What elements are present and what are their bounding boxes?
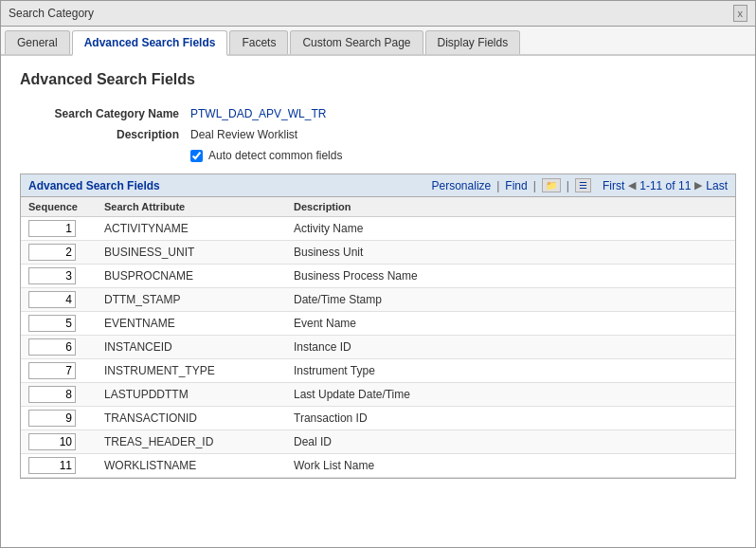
view-icon-1[interactable]: 📁	[542, 178, 561, 192]
sequence-input[interactable]	[28, 267, 76, 284]
grid-title: Advanced Search Fields	[28, 179, 160, 192]
view-icon-2[interactable]: ☰	[575, 178, 591, 192]
sequence-input[interactable]	[28, 220, 76, 237]
seq-cell	[21, 312, 97, 336]
sequence-input[interactable]	[28, 433, 76, 450]
main-window: Search Category x General Advanced Searc…	[0, 0, 756, 548]
auto-detect-label: Auto detect common fields	[208, 149, 342, 162]
sequence-input[interactable]	[28, 386, 76, 403]
separator-2: |	[533, 179, 536, 192]
seq-cell	[21, 407, 97, 430]
description-cell: Business Process Name	[286, 265, 735, 288]
tab-custom-search-page[interactable]: Custom Search Page	[290, 30, 423, 54]
attribute-cell: TREAS_HEADER_ID	[97, 430, 286, 454]
col-header-search-attribute: Search Attribute	[97, 197, 286, 217]
col-header-description: Description	[286, 197, 735, 217]
attribute-cell: WORKLISTNAME	[97, 454, 286, 478]
attribute-cell: BUSPROCNAME	[97, 265, 286, 288]
description-cell: Deal ID	[286, 430, 735, 454]
find-link[interactable]: Find	[505, 179, 527, 192]
sequence-input[interactable]	[28, 244, 76, 261]
seq-cell	[21, 454, 97, 478]
sequence-input[interactable]	[28, 291, 76, 308]
tab-advanced-search-fields[interactable]: Advanced Search Fields	[72, 30, 228, 56]
description-cell: Activity Name	[286, 217, 735, 241]
description-cell: Work List Name	[286, 454, 735, 478]
table-row: LASTUPDDTTMLast Update Date/Time	[21, 383, 735, 407]
sequence-input[interactable]	[28, 362, 76, 379]
table-row: TREAS_HEADER_IDDeal ID	[21, 430, 735, 454]
seq-cell	[21, 430, 97, 454]
table-row: ACTIVITYNAMEActivity Name	[21, 217, 735, 241]
seq-cell	[21, 359, 97, 383]
separator-1: |	[496, 179, 499, 192]
grid-table: Sequence Search Attribute Description AC…	[21, 197, 735, 478]
table-row: INSTRUMENT_TYPEInstrument Type	[21, 359, 735, 383]
description-row: Description Deal Review Worklist	[20, 128, 736, 141]
pagination-info: 1-11 of 11	[639, 179, 691, 192]
description-value: Deal Review Worklist	[190, 128, 297, 141]
tab-bar: General Advanced Search Fields Facets Cu…	[1, 27, 755, 56]
auto-detect-row: Auto detect common fields	[190, 149, 736, 162]
table-row: DTTM_STAMPDate/Time Stamp	[21, 288, 735, 312]
description-cell: Transaction ID	[286, 407, 735, 430]
category-name-label: Search Category Name	[20, 107, 190, 120]
seq-cell	[21, 288, 97, 312]
description-cell: Business Unit	[286, 241, 735, 265]
seq-cell	[21, 265, 97, 288]
attribute-cell: BUSINESS_UNIT	[97, 241, 286, 265]
sequence-input[interactable]	[28, 315, 76, 332]
last-btn[interactable]: Last	[706, 179, 728, 192]
description-label: Description	[20, 128, 190, 141]
separator-3: |	[567, 179, 569, 192]
category-name-row: Search Category Name PTWL_DAD_APV_WL_TR	[20, 107, 736, 120]
title-bar: Search Category x	[1, 1, 755, 27]
attribute-cell: EVENTNAME	[97, 312, 286, 336]
seq-cell	[21, 383, 97, 407]
sequence-input[interactable]	[28, 338, 76, 356]
description-cell: Instance ID	[286, 336, 735, 359]
description-cell: Last Update Date/Time	[286, 383, 735, 407]
grid-header-bar: Advanced Search Fields Personalize | Fin…	[21, 174, 735, 197]
attribute-cell: LASTUPDDTTM	[97, 383, 286, 407]
table-row: WORKLISTNAMEWork List Name	[21, 454, 735, 478]
sequence-input[interactable]	[28, 410, 76, 427]
window-title: Search Category	[9, 7, 94, 20]
category-name-value: PTWL_DAD_APV_WL_TR	[190, 107, 326, 120]
grid-body: ACTIVITYNAMEActivity NameBUSINESS_UNITBu…	[21, 217, 735, 478]
auto-detect-checkbox[interactable]	[190, 150, 203, 162]
sequence-input[interactable]	[28, 457, 76, 474]
attribute-cell: TRANSACTIONID	[97, 407, 286, 430]
description-cell: Instrument Type	[286, 359, 735, 383]
tab-facets[interactable]: Facets	[229, 30, 288, 54]
table-row: EVENTNAMEEvent Name	[21, 312, 735, 336]
attribute-cell: INSTRUMENT_TYPE	[97, 359, 286, 383]
close-button[interactable]: x	[733, 5, 748, 22]
table-row: TRANSACTIONIDTransaction ID	[21, 407, 735, 430]
attribute-cell: ACTIVITYNAME	[97, 217, 286, 241]
table-row: INSTANCEIDInstance ID	[21, 336, 735, 359]
attribute-cell: DTTM_STAMP	[97, 288, 286, 312]
description-cell: Date/Time Stamp	[286, 288, 735, 312]
tab-general[interactable]: General	[5, 30, 70, 54]
first-btn[interactable]: First	[603, 179, 624, 192]
next-arrow[interactable]: ▶	[694, 179, 702, 192]
tab-display-fields[interactable]: Display Fields	[425, 30, 521, 54]
grid-container: Advanced Search Fields Personalize | Fin…	[20, 174, 736, 479]
seq-cell	[21, 336, 97, 359]
form-section: Search Category Name PTWL_DAD_APV_WL_TR …	[20, 107, 736, 162]
seq-cell	[21, 217, 97, 241]
table-row: BUSINESS_UNITBusiness Unit	[21, 241, 735, 265]
column-headers: Sequence Search Attribute Description	[21, 197, 735, 217]
grid-controls: Personalize | Find | 📁 | ☰ First ◀ 1-11 …	[432, 178, 728, 192]
col-header-sequence: Sequence	[21, 197, 97, 217]
description-cell: Event Name	[286, 312, 735, 336]
table-row: BUSPROCNAMEBusiness Process Name	[21, 265, 735, 288]
prev-arrow[interactable]: ◀	[628, 179, 636, 192]
page-title: Advanced Search Fields	[20, 71, 736, 88]
seq-cell	[21, 241, 97, 265]
personalize-link[interactable]: Personalize	[432, 179, 492, 192]
main-content: Advanced Search Fields Search Category N…	[1, 56, 755, 494]
attribute-cell: INSTANCEID	[97, 336, 286, 359]
